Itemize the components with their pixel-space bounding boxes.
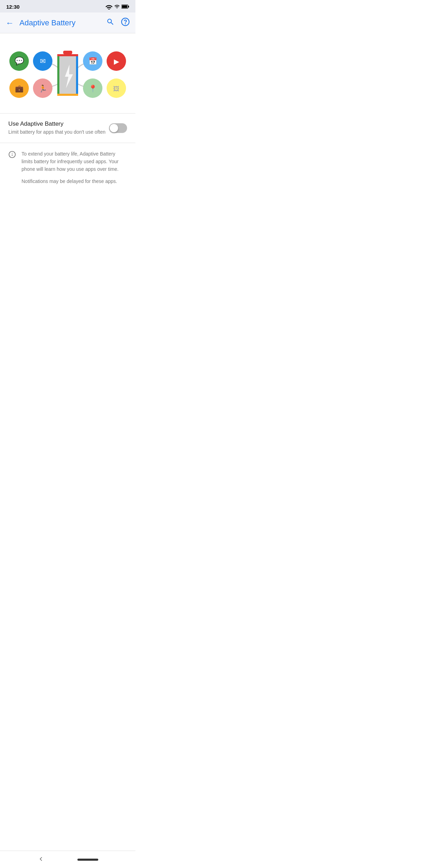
toggle-subtitle: Limit battery for apps that you don't us… xyxy=(8,129,109,136)
status-bar: 12:30 xyxy=(0,0,135,12)
search-button[interactable] xyxy=(106,18,115,28)
svg-text:📍: 📍 xyxy=(89,84,97,93)
svg-text:▶: ▶ xyxy=(114,58,119,65)
illustration-svg: 💬 ✉ 💼 🏃 📅 ▶ 📍 🖼 xyxy=(9,47,127,103)
svg-text:💬: 💬 xyxy=(15,56,24,66)
info-section: To extend your battery life, Adaptive Ba… xyxy=(0,143,135,192)
wifi-icon xyxy=(106,4,112,9)
svg-text:🖼: 🖼 xyxy=(113,85,119,92)
app-bar: ← Adaptive Battery xyxy=(0,12,135,33)
toggle-title: Use Adaptive Battery xyxy=(8,120,109,127)
svg-rect-23 xyxy=(76,54,78,96)
adaptive-battery-toggle[interactable] xyxy=(109,123,127,133)
svg-text:📅: 📅 xyxy=(89,57,97,65)
battery-status-icon xyxy=(122,4,129,9)
status-icons xyxy=(106,4,129,9)
adaptive-battery-toggle-row: Use Adaptive Battery Limit battery for a… xyxy=(0,114,135,143)
svg-text:🏃: 🏃 xyxy=(39,84,47,93)
settings-text-block: Use Adaptive Battery Limit battery for a… xyxy=(8,120,109,136)
search-icon xyxy=(106,18,115,26)
illustration-area: 💬 ✉ 💼 🏃 📅 ▶ 📍 🖼 xyxy=(0,33,135,113)
svg-text:💼: 💼 xyxy=(15,84,24,93)
svg-rect-1 xyxy=(128,6,129,7)
help-icon xyxy=(121,17,130,26)
status-time: 12:30 xyxy=(6,4,19,10)
svg-text:✉: ✉ xyxy=(40,57,46,65)
toggle-slider xyxy=(109,123,127,133)
page-title: Adaptive Battery xyxy=(19,18,106,27)
svg-rect-2 xyxy=(122,5,127,8)
info-paragraph-1: To extend your battery life, Adaptive Ba… xyxy=(22,150,127,173)
info-paragraph-2: Notifications may be delayed for these a… xyxy=(22,177,127,185)
battery-illustration: 💬 ✉ 💼 🏃 📅 ▶ 📍 🖼 xyxy=(9,47,127,103)
signal-icon xyxy=(114,4,120,9)
info-icon xyxy=(8,151,16,185)
info-text-block: To extend your battery life, Adaptive Ba… xyxy=(22,150,127,185)
svg-point-4 xyxy=(125,23,125,24)
svg-rect-22 xyxy=(57,54,59,96)
svg-rect-24 xyxy=(57,94,78,96)
back-button[interactable]: ← xyxy=(6,18,14,28)
help-button[interactable] xyxy=(121,17,130,28)
svg-rect-25 xyxy=(57,54,78,56)
toolbar-icons xyxy=(106,17,130,28)
svg-rect-21 xyxy=(63,51,72,54)
